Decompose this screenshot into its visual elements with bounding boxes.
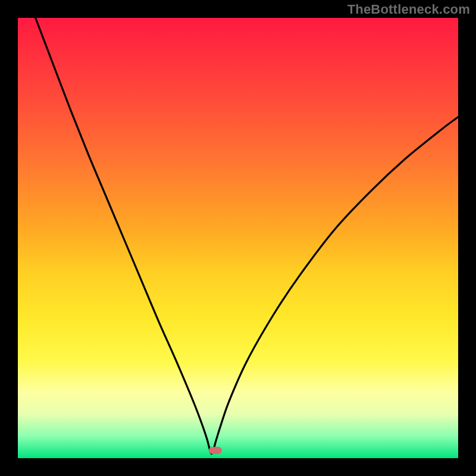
chart-plot-area	[18, 18, 458, 458]
bottleneck-minimum-marker	[209, 447, 222, 454]
bottleneck-curve	[18, 18, 458, 458]
watermark-text: TheBottleneck.com	[347, 2, 470, 17]
chart-frame: TheBottleneck.com	[0, 0, 476, 476]
